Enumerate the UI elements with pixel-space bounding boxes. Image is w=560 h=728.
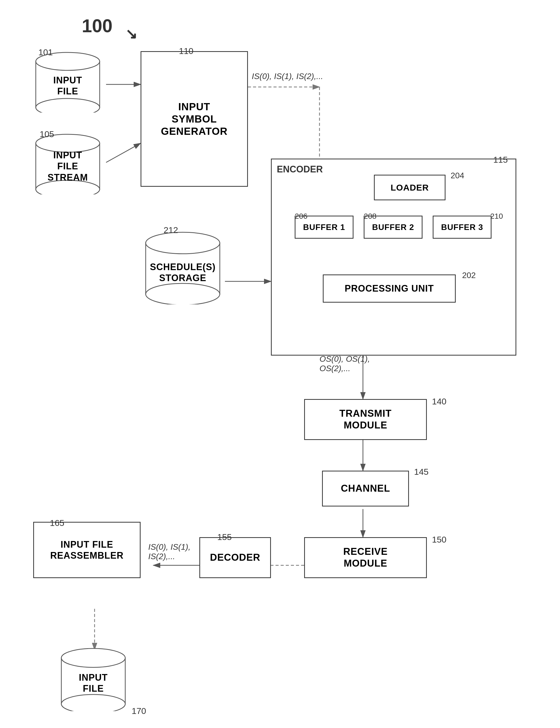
transmit-module-label: TRANSMITMODULE bbox=[339, 408, 391, 431]
decoder-label: DECODER bbox=[210, 552, 260, 564]
ref-155: 155 bbox=[217, 532, 232, 542]
input-symbol-generator: INPUTSYMBOLGENERATOR bbox=[141, 51, 248, 187]
schedule-storage: SCHEDULE(S)STORAGE bbox=[143, 230, 222, 304]
processing-unit: PROCESSING UNIT bbox=[323, 274, 456, 303]
ref-202: 202 bbox=[462, 271, 476, 280]
ref-145: 145 bbox=[414, 467, 429, 477]
ref-150: 150 bbox=[432, 535, 446, 545]
buffer3-label: BUFFER 3 bbox=[441, 222, 483, 232]
encoder-label: ENCODER bbox=[277, 164, 323, 175]
ref-165: 165 bbox=[50, 518, 64, 528]
channel: CHANNEL bbox=[322, 471, 409, 506]
channel-label: CHANNEL bbox=[341, 483, 390, 494]
input-file-top: INPUTFILE bbox=[33, 51, 102, 113]
input-file-reassembler: INPUT FILEREASSEMBLER bbox=[33, 522, 141, 578]
ref-101: 101 bbox=[38, 47, 53, 57]
diagram-ref: 100 bbox=[82, 15, 113, 36]
input-file-top-label: INPUTFILE bbox=[53, 75, 82, 97]
is-label: IS(0), IS(1), IS(2),... bbox=[252, 72, 323, 81]
input-symbol-generator-label: INPUTSYMBOLGENERATOR bbox=[161, 101, 228, 137]
loader: LOADER bbox=[374, 175, 445, 200]
encoder-box: ENCODER LOADER 204 BUFFER 1 206 BUFFER 2… bbox=[271, 159, 516, 356]
diagram-arrow: ↘ bbox=[125, 26, 137, 42]
buffer3: BUFFER 3 bbox=[433, 216, 491, 239]
input-file-bottom-label: INPUTFILE bbox=[79, 672, 108, 694]
svg-line-4 bbox=[106, 143, 141, 162]
input-file-stream-label: INPUTFILESTREAM bbox=[48, 150, 88, 183]
input-file-stream: INPUTFILESTREAM bbox=[33, 133, 102, 194]
loader-label: LOADER bbox=[390, 182, 429, 193]
os-label: OS(0), OS(1),OS(2),... bbox=[319, 354, 370, 373]
ref-170: 170 bbox=[132, 706, 146, 716]
ref-140: 140 bbox=[432, 396, 446, 406]
input-file-reassembler-label: INPUT FILEREASSEMBLER bbox=[50, 539, 124, 561]
decoder: DECODER bbox=[199, 537, 271, 578]
buffer2-label: BUFFER 2 bbox=[372, 222, 414, 232]
buffer1-label: BUFFER 1 bbox=[303, 222, 345, 232]
diagram: 100 ↘ INPUTFILE 101 INPUTFILESTREAM 105 … bbox=[0, 0, 560, 728]
ref-115: 115 bbox=[493, 155, 508, 165]
transmit-module: TRANSMITMODULE bbox=[304, 399, 427, 440]
ref-204: 204 bbox=[451, 171, 464, 180]
svg-point-24 bbox=[61, 648, 125, 667]
receive-module: RECEIVEMODULE bbox=[304, 537, 427, 578]
ref-210: 210 bbox=[490, 212, 503, 220]
svg-point-25 bbox=[61, 694, 125, 711]
is-bottom-label: IS(0), IS(1),IS(2),... bbox=[148, 542, 191, 561]
ref-212: 212 bbox=[164, 225, 178, 235]
receive-module-label: RECEIVEMODULE bbox=[343, 546, 388, 569]
ref-208: 208 bbox=[364, 212, 376, 220]
ref-110: 110 bbox=[179, 46, 194, 56]
svg-point-21 bbox=[146, 232, 220, 254]
svg-point-22 bbox=[146, 283, 220, 304]
ref-105: 105 bbox=[40, 129, 54, 139]
processing-unit-label: PROCESSING UNIT bbox=[344, 283, 434, 294]
ref-206: 206 bbox=[295, 212, 307, 220]
input-file-bottom: INPUTFILE bbox=[59, 647, 128, 711]
schedule-storage-label: SCHEDULE(S)STORAGE bbox=[150, 261, 216, 283]
